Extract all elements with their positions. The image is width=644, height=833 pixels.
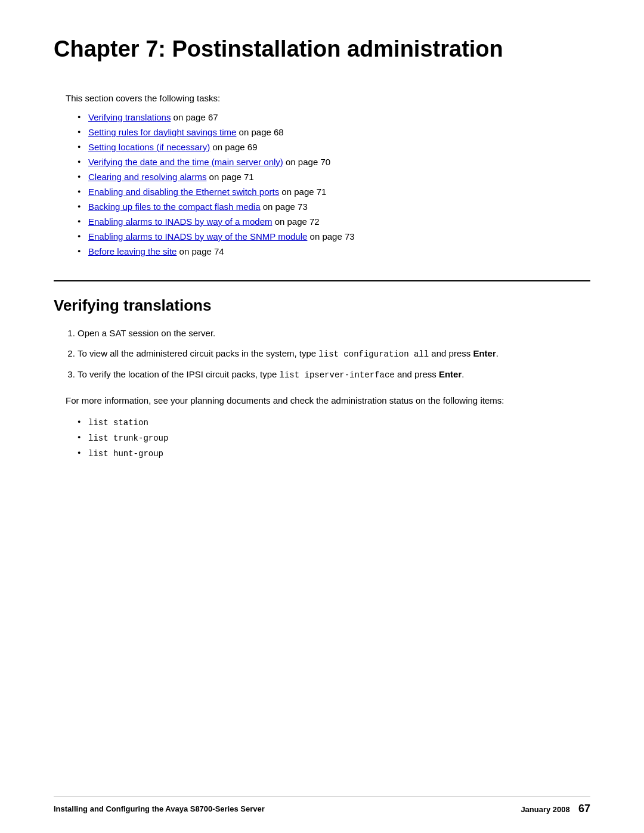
toc-item-10: Before leaving the site on page 74 [78, 246, 590, 256]
toc-item-3: Setting locations (if necessary) on page… [78, 142, 590, 152]
toc-link-2[interactable]: Setting rules for daylight savings time [88, 127, 236, 137]
toc-link-8[interactable]: Enabling alarms to INADS by way of a mod… [88, 216, 272, 227]
toc-link-7[interactable]: Backing up files to the compact flash me… [88, 202, 261, 212]
step-2-after: and press [429, 348, 473, 358]
step-3: To verify the location of the IPSI circu… [78, 368, 590, 382]
bullet-code-2: list trunk-group [88, 433, 168, 443]
body-text-1: For more information, see your planning … [66, 394, 590, 408]
steps-list: Open a SAT session on the server. To vie… [78, 327, 590, 382]
section-divider [54, 280, 590, 281]
step-1-text: Open a SAT session on the server. [78, 328, 215, 338]
chapter-title: Chapter 7: Postinstallation administrati… [54, 36, 590, 63]
toc-item-6: Enabling and disabling the Ethernet swit… [78, 187, 590, 197]
toc-page-8: on page 72 [272, 216, 319, 227]
toc-item-2: Setting rules for daylight savings time … [78, 127, 590, 137]
toc-page-10: on page 74 [177, 246, 224, 256]
bullet-code-3: list hunt-group [88, 449, 163, 459]
footer-left-text: Installing and Configuring the Avaya S87… [54, 804, 265, 813]
toc-page-7: on page 73 [261, 202, 308, 212]
step-3-bold: Enter [439, 369, 462, 379]
step-2-before: To view all the administered circuit pac… [78, 348, 318, 358]
step-2: To view all the administered circuit pac… [78, 347, 590, 361]
step-3-after: and press [395, 369, 439, 379]
step-2-end: . [496, 348, 499, 358]
toc-item-8: Enabling alarms to INADS by way of a mod… [78, 216, 590, 227]
toc-page-2: on page 68 [236, 127, 283, 137]
bullet-item-2: list trunk-group [78, 432, 590, 443]
footer-date: January 2008 [521, 805, 569, 814]
toc-page-6: on page 71 [279, 187, 326, 197]
bullet-item-3: list hunt-group [78, 448, 590, 459]
toc-page-9: on page 73 [307, 231, 354, 241]
toc-link-9[interactable]: Enabling alarms to INADS by way of the S… [88, 231, 307, 241]
step-1: Open a SAT session on the server. [78, 327, 590, 340]
toc-page-5: on page 71 [206, 172, 253, 182]
toc-item-7: Backing up files to the compact flash me… [78, 202, 590, 212]
toc-list: Verifying translations on page 67 Settin… [78, 112, 590, 256]
page-footer: Installing and Configuring the Avaya S87… [54, 796, 590, 815]
toc-link-3[interactable]: Setting locations (if necessary) [88, 142, 210, 152]
step-2-bold: Enter [473, 348, 496, 358]
toc-page-1: on page 67 [171, 112, 218, 122]
toc-item-1: Verifying translations on page 67 [78, 112, 590, 122]
section1-title: Verifying translations [54, 296, 590, 315]
toc-item-5: Clearing and resolving alarms on page 71 [78, 172, 590, 182]
toc-link-6[interactable]: Enabling and disabling the Ethernet swit… [88, 187, 279, 197]
toc-item-4: Verifying the date and the time (main se… [78, 157, 590, 167]
toc-link-10[interactable]: Before leaving the site [88, 246, 177, 256]
footer-page-number: 67 [578, 803, 590, 815]
footer-right-area: January 2008 67 [521, 803, 590, 815]
bullet-item-1: list station [78, 417, 590, 428]
toc-page-4: on page 70 [283, 157, 330, 167]
step-2-code: list configuration all [318, 349, 429, 359]
toc-link-5[interactable]: Clearing and resolving alarms [88, 172, 206, 182]
step-3-end: . [462, 369, 464, 379]
toc-page-3: on page 69 [210, 142, 257, 152]
toc-link-4[interactable]: Verifying the date and the time (main se… [88, 157, 283, 167]
intro-text: This section covers the following tasks: [66, 93, 590, 103]
bullet-code-1: list station [88, 418, 148, 428]
toc-link-1[interactable]: Verifying translations [88, 112, 171, 122]
code-bullet-list: list station list trunk-group list hunt-… [78, 417, 590, 459]
toc-item-9: Enabling alarms to INADS by way of the S… [78, 231, 590, 241]
step-3-before: To verify the location of the IPSI circu… [78, 369, 280, 379]
step-3-code: list ipserver-interface [280, 370, 395, 380]
